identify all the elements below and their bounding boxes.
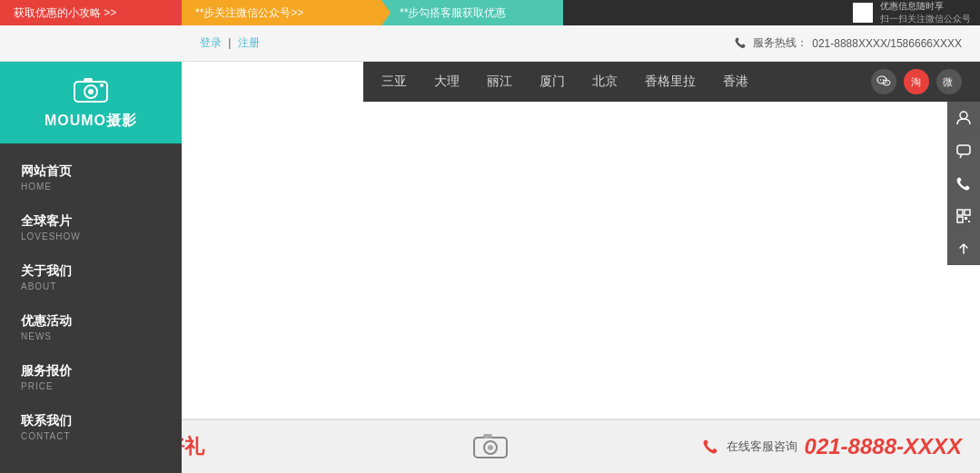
svg-rect-3 <box>84 78 93 83</box>
nav-shangri[interactable]: 香格里拉 <box>645 74 696 90</box>
svg-text:淘: 淘 <box>911 76 921 87</box>
logo-text: MOUMO摄影 <box>45 112 137 131</box>
nav-dali[interactable]: 大理 <box>434 74 460 90</box>
phone-info: 服务热线： 021-8888XXXX/1586666XXXX <box>734 35 962 51</box>
qr-labels: 优惠信息随时享 扫一扫关注微信公众号 <box>880 0 971 25</box>
svg-rect-14 <box>957 145 970 154</box>
page-wrapper: 获取优惠的小攻略 >> **步关注微信公众号>> **步勾搭客服获取优惠 优惠信… <box>0 0 980 473</box>
float-top-btn[interactable] <box>947 232 980 265</box>
weibo-icon[interactable]: 微 <box>936 69 962 94</box>
svg-text:微: 微 <box>943 76 953 87</box>
nav-sanya[interactable]: 三亚 <box>381 74 407 90</box>
nav-lijiang[interactable]: 丽江 <box>487 74 512 90</box>
phone-right-area: 在线客服咨询 021-8888-XXXX <box>701 434 962 459</box>
logo-area: MOUMO摄影 <box>0 62 182 143</box>
camera-logo-icon <box>73 74 109 110</box>
float-chat-btn[interactable] <box>947 134 980 167</box>
menu-item-price[interactable]: 服务报价 PRICE <box>0 352 182 402</box>
menu-item-news[interactable]: 优惠活动 NEWS <box>0 302 182 352</box>
service-label: 在线客服咨询 <box>727 439 797 455</box>
top-section: 获取优惠的小攻略 >> **步关注微信公众号>> **步勾搭客服获取优惠 优惠信… <box>0 0 980 62</box>
nav-bar: 三亚 大理 丽江 厦门 北京 香格里拉 香港 <box>363 62 980 102</box>
float-phone-btn[interactable] <box>947 167 980 200</box>
svg-point-9 <box>885 82 886 83</box>
promo-1[interactable]: 获取优惠的小攻略 >> <box>0 0 182 25</box>
phone-bottom-icon <box>701 438 719 456</box>
menu-item-contact[interactable]: 联系我们 CONTACT <box>0 402 182 452</box>
svg-point-13 <box>960 112 967 119</box>
second-bar: 登录 | 注册 服务热线： 021-8888XXXX/1586666XXXX <box>0 25 980 62</box>
right-float-buttons <box>947 102 980 265</box>
svg-point-10 <box>886 82 887 83</box>
svg-point-6 <box>880 79 882 81</box>
sidebar: MOUMO摄影 网站首页 HOME 全球客片 LOVESHOW 关于我们 ABO… <box>0 62 182 473</box>
svg-rect-23 <box>483 434 492 439</box>
float-user-btn[interactable] <box>947 102 980 134</box>
sidebar-menu: 网站首页 HOME 全球客片 LOVESHOW 关于我们 ABOUT 优惠活动 … <box>0 143 182 461</box>
menu-item-home[interactable]: 网站首页 HOME <box>0 153 182 202</box>
top-bar: 获取优惠的小攻略 >> **步关注微信公众号>> **步勾搭客服获取优惠 优惠信… <box>0 0 980 25</box>
taobao-icon[interactable]: 淘 <box>904 69 929 94</box>
svg-rect-18 <box>965 217 967 220</box>
login-register-area: 登录 | 注册 <box>200 35 260 51</box>
qr-code <box>853 3 873 23</box>
svg-point-2 <box>88 89 94 94</box>
menu-item-loveshow[interactable]: 全球客片 LOVESHOW <box>0 202 182 252</box>
phone-bottom: 021-8888-XXXX <box>805 434 962 459</box>
phone-icon <box>734 36 748 51</box>
nav-icons: 淘 微 <box>871 69 962 94</box>
nav-beijing[interactable]: 北京 <box>592 74 618 90</box>
svg-rect-15 <box>957 210 963 215</box>
phone-number: 021-8888XXXX/1586666XXXX <box>812 37 962 50</box>
camera-center-icon <box>472 430 509 463</box>
menu-item-about[interactable]: 关于我们 ABOUT <box>0 252 182 302</box>
promo-3[interactable]: **步勾搭客服获取优惠 <box>381 0 563 25</box>
svg-rect-17 <box>957 217 963 222</box>
phone-label: 服务热线： <box>753 35 807 51</box>
svg-rect-19 <box>968 221 970 222</box>
register-link[interactable]: 注册 <box>238 36 260 49</box>
login-link[interactable]: 登录 <box>200 36 222 49</box>
svg-point-4 <box>100 84 104 87</box>
qr-area: 优惠信息随时享 扫一扫关注微信公众号 <box>853 0 980 25</box>
nav-xiamen[interactable]: 厦门 <box>539 74 565 90</box>
float-qr-btn[interactable] <box>947 200 980 232</box>
svg-point-22 <box>488 445 493 450</box>
body-section: MOUMO摄影 网站首页 HOME 全球客片 LOVESHOW 关于我们 ABO… <box>0 62 980 473</box>
content-area: 三亚 大理 丽江 厦门 北京 香格里拉 香港 <box>182 62 980 473</box>
svg-rect-16 <box>965 210 970 215</box>
nav-hongkong[interactable]: 香港 <box>723 74 748 90</box>
wechat-icon[interactable] <box>871 69 896 94</box>
promo-2[interactable]: **步关注微信公众号>> <box>182 0 381 25</box>
separator: | <box>228 36 231 49</box>
